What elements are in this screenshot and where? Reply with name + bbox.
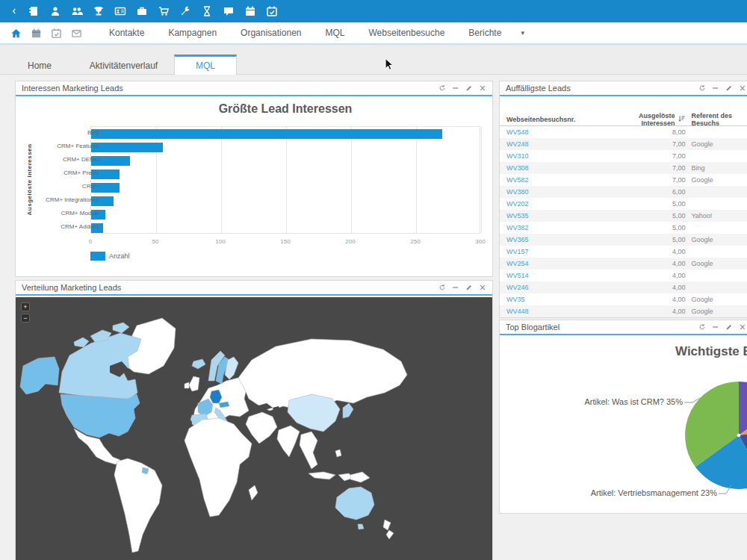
nav-link-webseitenbesuche[interactable]: Webseitenbesuche	[357, 28, 457, 38]
category-label: CRM+	[32, 183, 99, 190]
lead-link[interactable]: WV535	[500, 212, 611, 220]
briefcase-icon[interactable]	[136, 5, 148, 17]
lead-link[interactable]: WV202	[500, 200, 611, 208]
minimize-icon[interactable]	[712, 84, 719, 92]
sort-icon[interactable]	[678, 115, 686, 123]
close-icon[interactable]	[739, 84, 746, 92]
contact-icon[interactable]	[49, 5, 61, 17]
bar-CRM+ Features[interactable]	[91, 143, 163, 152]
wrench-icon[interactable]	[179, 5, 191, 17]
country-alaska[interactable]	[20, 357, 59, 394]
tab-home[interactable]: Home	[6, 55, 73, 74]
notebook-icon[interactable]	[28, 5, 40, 17]
country-china[interactable]	[288, 394, 340, 432]
panel-header: Top Blogartikel	[500, 320, 747, 335]
close-icon[interactable]	[739, 323, 746, 331]
world-map[interactable]: + −	[16, 297, 492, 560]
referent-value: Google	[686, 176, 747, 184]
pie-callout-label: Artikel: Was ist CRM? 35%	[584, 397, 683, 406]
tab-aktivitätenverlauf[interactable]: Aktivitätenverlauf	[73, 55, 174, 74]
cart-icon[interactable]	[158, 5, 170, 17]
chevron-down-icon[interactable]: ▾	[513, 29, 532, 37]
lead-link[interactable]: WV248	[500, 140, 611, 148]
bar-Blog[interactable]	[91, 129, 442, 139]
chat-icon[interactable]	[223, 5, 235, 17]
column-header[interactable]: Webseitenbesuchsnr.	[500, 116, 611, 123]
lead-link[interactable]: WV514	[500, 272, 611, 279]
panel-actions	[438, 84, 486, 92]
lead-link[interactable]: WV582	[500, 176, 611, 184]
table-row: WV5144,00	[500, 270, 747, 281]
referent-value: Yahoo!	[686, 212, 747, 220]
minimize-icon[interactable]	[452, 284, 459, 291]
hourglass-icon[interactable]	[201, 5, 213, 17]
lead-link[interactable]: WV310	[500, 152, 611, 160]
nav-link-berichte[interactable]: Berichte	[456, 28, 513, 38]
edit-icon[interactable]	[725, 323, 733, 331]
lead-link[interactable]: WV382	[500, 224, 611, 231]
zoom-in-button[interactable]: +	[21, 302, 30, 311]
lead-link[interactable]: WV246	[500, 284, 611, 291]
calendar-icon[interactable]	[31, 28, 42, 39]
edit-icon[interactable]	[465, 84, 473, 92]
calendar-check-icon[interactable]	[51, 28, 62, 39]
bar-plot-area	[90, 126, 480, 234]
calendar-icon[interactable]	[244, 5, 256, 17]
panel-actions	[698, 323, 746, 331]
table-row: WV3655,00Google	[500, 234, 747, 246]
calendar-check-icon[interactable]	[266, 5, 278, 17]
refresh-icon[interactable]	[438, 284, 446, 291]
country-usa[interactable]	[61, 394, 140, 438]
choropleth-map-svg[interactable]	[16, 297, 492, 560]
nav-link-organisationen[interactable]: Organisationen	[229, 28, 313, 38]
nav-link-kampagnen[interactable]: Kampagnen	[156, 28, 229, 38]
lead-link[interactable]: WV35	[500, 296, 611, 303]
lead-link[interactable]: WV308	[500, 164, 611, 172]
edit-icon[interactable]	[725, 84, 733, 92]
campaign-trophy-icon[interactable]	[93, 5, 105, 17]
chart-title: Größte Lead Interessen	[90, 102, 480, 116]
panel-actions	[438, 284, 486, 291]
envelope-icon[interactable]	[71, 28, 82, 39]
leads-table: Webseitenbesuchsnr. Ausgelöste Interesse…	[500, 113, 747, 317]
interessen-value: 4,00	[611, 284, 685, 291]
close-icon[interactable]	[479, 84, 486, 92]
bar-chart: Größte Lead Interessen Ausgelöste Intere…	[16, 96, 492, 275]
country-japan[interactable]	[343, 403, 353, 418]
country-tasmania[interactable]	[358, 524, 364, 529]
zoom-out-button[interactable]: −	[21, 314, 30, 323]
country-australia[interactable]	[335, 487, 374, 520]
column-header-sorted[interactable]: Ausgelöste Interessen	[611, 112, 685, 127]
edit-icon[interactable]	[465, 284, 473, 291]
lead-link[interactable]: WV380	[500, 188, 611, 196]
refresh-icon[interactable]	[698, 84, 706, 92]
country-canada[interactable]	[59, 333, 141, 400]
lead-link[interactable]: WV157	[500, 248, 611, 255]
lead-link[interactable]: WV365	[500, 236, 611, 243]
people-icon[interactable]	[71, 5, 83, 17]
country-iceland[interactable]	[192, 359, 205, 369]
home-icon[interactable]	[10, 28, 22, 39]
category-label: CRM+ Addons	[32, 223, 99, 230]
chevron-left-icon[interactable]	[10, 5, 18, 17]
nav-link-mql[interactable]: MQL	[313, 28, 356, 38]
lead-link[interactable]: WV254	[500, 260, 611, 267]
minimize-icon[interactable]	[452, 84, 459, 92]
lead-link[interactable]: WV548	[500, 128, 611, 136]
tab-mql[interactable]: MQL	[174, 55, 237, 75]
id-card-icon[interactable]	[114, 5, 126, 17]
nav-link-kontakte[interactable]: Kontakte	[97, 28, 156, 38]
close-icon[interactable]	[479, 284, 486, 291]
category-label: CRM+ Integrationen	[32, 196, 99, 203]
country-arctic-islands[interactable]	[113, 323, 129, 333]
interessen-value: 5,00	[611, 236, 685, 243]
interessen-value: 7,00	[611, 152, 685, 160]
minimize-icon[interactable]	[712, 323, 719, 331]
refresh-icon[interactable]	[698, 323, 706, 331]
refresh-icon[interactable]	[438, 84, 446, 92]
lead-link[interactable]: WV448	[500, 308, 611, 315]
interessen-value: 4,00	[611, 260, 685, 267]
interessen-value: 5,00	[611, 224, 685, 231]
pie-slice-0[interactable]	[739, 382, 747, 435]
column-header[interactable]: Referent des Besuchs	[686, 112, 747, 127]
